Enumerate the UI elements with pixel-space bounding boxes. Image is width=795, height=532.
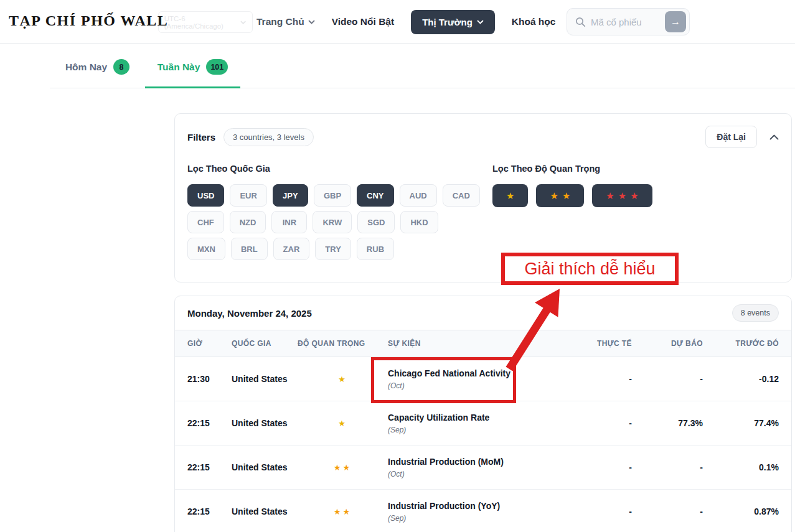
currency-filter-button[interactable]: HKD [400, 211, 438, 233]
event-previous: 0.87% [703, 506, 779, 516]
importance-filter-label: Lọc Theo Độ Quan Trọng [492, 164, 652, 174]
table-row[interactable]: 22:15 United States ★★ Industrial Produc… [175, 490, 791, 532]
collapse-panel-button[interactable] [769, 134, 779, 140]
event-period: (Oct) [388, 381, 563, 390]
nav-item-home[interactable]: Trang Chủ [256, 16, 315, 27]
timezone-value: UTC-6 (America/Chicago) [164, 15, 241, 30]
event-title: Chicago Fed National Activity [388, 368, 563, 378]
filters-title: Filters [187, 132, 215, 142]
importance-filter-button[interactable]: ★★★ [592, 184, 652, 207]
table-row[interactable]: 22:15 United States ★ Capacity Utilizati… [175, 401, 791, 446]
reset-filters-button[interactable]: Đặt Lại [705, 126, 757, 148]
event-time: 22:15 [187, 418, 232, 428]
chevron-down-icon [240, 21, 246, 24]
currency-filter-button[interactable]: KRW [313, 211, 352, 233]
chevron-up-icon [769, 134, 779, 140]
filters-panel: Filters 3 countries, 3 levels Đặt Lại Lọ… [174, 113, 792, 282]
calendar-column-headers: GIỜ QUỐC GIA ĐỘ QUAN TRỌNG SỰ KIỆN THỰC … [175, 330, 791, 357]
col-header-importance: ĐỘ QUAN TRỌNG [298, 339, 388, 348]
table-row[interactable]: 21:30 United States ★ Chicago Fed Nation… [175, 357, 791, 401]
event-title: Capacity Utilization Rate [388, 413, 563, 422]
col-header-forecast: DỰ BÁO [632, 339, 703, 348]
importance-filter-section: Lọc Theo Độ Quan Trọng ★ ★★ ★★★ [492, 164, 652, 264]
importance-buttons: ★ ★★ ★★★ [492, 184, 652, 207]
search-icon [575, 17, 586, 27]
currency-filter-button[interactable]: NZD [230, 211, 266, 233]
filters-summary-chip: 3 countries, 3 levels [223, 128, 314, 146]
tab-today[interactable]: Hôm Nay 8 [50, 44, 145, 88]
chevron-down-icon [477, 20, 484, 24]
importance-stars: ★★ [298, 463, 388, 472]
economic-calendar: Monday, November 24, 2025 8 events GIỜ Q… [174, 296, 792, 532]
currency-row: CHFNZDINRKRWSGDHKD [187, 211, 480, 233]
event-period: (Sep) [388, 514, 563, 523]
country-filter-label: Lọc Theo Quốc Gia [187, 164, 480, 174]
chevron-down-icon [308, 20, 315, 24]
currency-filter-button[interactable]: TRY [315, 238, 351, 260]
currency-filter-button[interactable]: USD [187, 184, 224, 207]
currency-filter-button[interactable]: MXN [187, 238, 225, 260]
currency-filter-button[interactable]: SGD [357, 211, 395, 233]
tab-this-week-label: Tuần Này [158, 62, 200, 73]
currency-filter-button[interactable]: AUD [400, 184, 437, 207]
currency-filter-button[interactable]: GBP [314, 184, 351, 207]
star-icon: ★★ [550, 190, 574, 202]
event-previous: 0.1% [703, 462, 779, 472]
currency-filter-button[interactable]: CHF [187, 211, 224, 233]
nav-item-videos[interactable]: Video Nổi Bật [332, 16, 394, 27]
nav-item-markets[interactable]: Thị Trường [411, 10, 495, 34]
importance-filter-button[interactable]: ★★ [536, 184, 584, 207]
star-icon: ★ [506, 190, 518, 202]
currency-filter-button[interactable]: CAD [443, 184, 480, 207]
col-header-time: GIỜ [187, 339, 232, 348]
event-actual: - [563, 462, 632, 472]
event-country: United States [232, 462, 298, 472]
events-count-badge: 8 events [732, 304, 779, 322]
importance-stars: ★ [298, 375, 388, 384]
tab-this-week[interactable]: Tuần Này 101 [145, 44, 240, 88]
event-actual: - [563, 374, 632, 384]
currency-filter-button[interactable]: EUR [230, 184, 266, 207]
filters-header: Filters 3 countries, 3 levels Đặt Lại [187, 126, 779, 148]
search-input[interactable] [591, 17, 665, 27]
currency-filter-button[interactable]: BRL [231, 238, 268, 260]
tab-today-label: Hôm Nay [65, 62, 107, 73]
col-header-country: QUỐC GIA [232, 339, 298, 348]
currency-filter-button[interactable]: INR [271, 211, 307, 233]
top-header: Múi Giờ: UTC-6 (America/Chicago) TẠP CHÍ… [0, 0, 795, 44]
currency-filter-button[interactable]: RUB [357, 238, 394, 260]
event-actual: - [563, 506, 632, 516]
timezone-dropdown[interactable]: UTC-6 (America/Chicago) [158, 11, 253, 33]
main-nav: Trang Chủ Video Nổi Bật Thị Trường Khoá … [256, 0, 555, 44]
nav-item-courses[interactable]: Khoá học [512, 16, 556, 27]
currency-row: MXNBRLZARTRYRUB [187, 238, 480, 260]
event-time: 22:15 [187, 462, 232, 472]
col-header-event: SỰ KIỆN [388, 339, 563, 348]
event-time: 22:15 [187, 506, 232, 516]
event-country: United States [232, 374, 298, 384]
currency-row: USDEURJPYGBPCNYAUDCAD [187, 184, 480, 207]
tab-today-count-badge: 8 [113, 59, 129, 75]
site-logo[interactable]: TẠP CHÍ PHỐ WALL [9, 12, 168, 29]
search-submit-button[interactable]: → [665, 11, 686, 32]
arrow-right-icon: → [670, 16, 680, 27]
currency-filter-button[interactable]: CNY [357, 184, 393, 207]
event-forecast: - [632, 462, 703, 472]
col-header-previous: TRƯỚC ĐÓ [703, 339, 779, 348]
ticker-search: → [567, 8, 690, 35]
nav-videos-label: Video Nổi Bật [332, 16, 394, 27]
table-row[interactable]: 22:15 United States ★★ Industrial Produc… [175, 446, 791, 490]
nav-markets-label: Thị Trường [422, 17, 473, 27]
nav-courses-label: Khoá học [512, 16, 556, 27]
event-title: Industrial Production (YoY) [388, 501, 563, 511]
event-forecast: 77.3% [632, 418, 703, 428]
event-country: United States [232, 418, 298, 428]
currency-filter-button[interactable]: JPY [273, 184, 308, 207]
importance-filter-button[interactable]: ★ [492, 184, 528, 207]
tab-this-week-count-badge: 101 [206, 59, 228, 75]
nav-home-label: Trang Chủ [256, 16, 304, 27]
currency-filter-button[interactable]: ZAR [273, 238, 310, 260]
event-previous: 77.4% [703, 418, 779, 428]
event-country: United States [232, 506, 298, 516]
event-previous: -0.12 [703, 374, 779, 384]
